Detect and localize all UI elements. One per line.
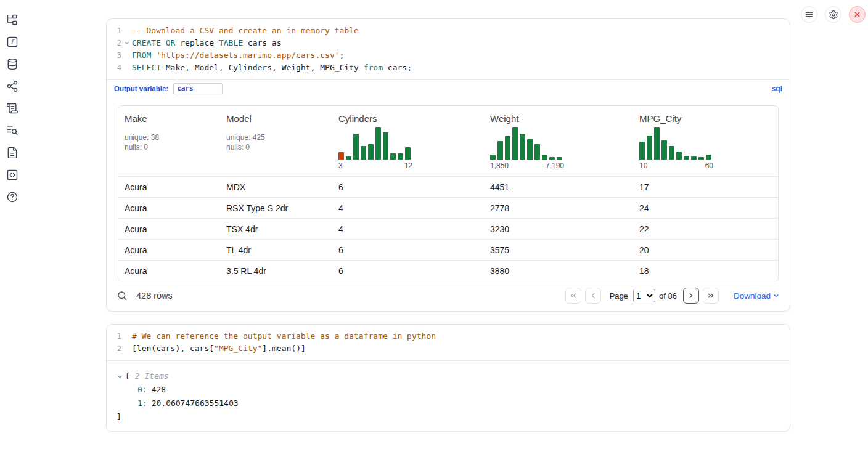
fold-gutter <box>121 330 132 342</box>
documentation-icon[interactable] <box>6 146 19 160</box>
code-text: -- Download a CSV and create an in-memor… <box>132 25 359 37</box>
code-line[interactable]: 1# We can reference the output variable … <box>107 330 790 342</box>
histogram-bar <box>647 136 652 160</box>
histogram-bar <box>405 147 411 160</box>
histogram-min-label: 1,850 <box>490 161 509 170</box>
prev-page-button[interactable] <box>585 288 601 304</box>
histogram-bar <box>684 156 689 160</box>
python-code-editor[interactable]: 1# We can reference the output variable … <box>107 325 790 360</box>
help-icon[interactable] <box>6 190 19 204</box>
close-button[interactable] <box>849 6 866 23</box>
unique-count: unique: 38 <box>125 132 214 142</box>
items-count-label: 2 Items <box>135 370 169 383</box>
chevron-left-icon <box>589 291 597 300</box>
dependencies-icon[interactable] <box>6 79 19 93</box>
code-line[interactable]: 4SELECT Make, Model, Cylinders, Weight, … <box>107 62 790 74</box>
histogram-bar <box>669 146 674 160</box>
histogram-bars <box>338 127 412 160</box>
histogram-range: 1,8507,190 <box>490 161 564 170</box>
menu-button[interactable] <box>801 6 817 23</box>
histogram-bar <box>398 153 403 160</box>
column-header-model[interactable]: Modelunique: 425nulls: 0 <box>220 106 332 176</box>
column-header-weight[interactable]: Weight1,8507,190 <box>484 106 633 176</box>
page-select[interactable]: 1 <box>633 289 655 302</box>
histogram-bar <box>512 127 518 160</box>
line-number: 1 <box>107 25 121 37</box>
sql-code-editor[interactable]: 1-- Download a CSV and create an in-memo… <box>107 19 790 79</box>
language-badge: sql <box>772 84 782 93</box>
code-line[interactable]: 3FROM 'https://datasets.marimo.app/cars.… <box>107 49 790 62</box>
outline-icon[interactable] <box>6 102 19 115</box>
histogram-bars <box>639 127 713 160</box>
chevron-right-icon <box>687 291 695 300</box>
code-text: SELECT Make, Model, Cylinders, Weight, M… <box>132 62 412 74</box>
tree-entry[interactable]: 1:20.060747663551403 <box>117 397 780 410</box>
table-row[interactable]: AcuraMDX6445117 <box>118 176 778 197</box>
histogram-bar <box>346 156 351 160</box>
column-header-cylinders[interactable]: Cylinders312 <box>332 106 484 176</box>
last-page-button[interactable] <box>703 288 719 304</box>
open-bracket: [ <box>125 370 130 383</box>
page-label: Page <box>610 291 628 301</box>
histogram-bar <box>639 142 645 160</box>
histogram-range: 312 <box>338 161 412 170</box>
search-icon <box>117 290 128 301</box>
histogram-max-label: 7,190 <box>546 161 564 170</box>
column-histogram[interactable]: 312 <box>338 127 412 170</box>
chevrons-right-icon <box>706 291 715 300</box>
null-count: nulls: 0 <box>226 142 326 152</box>
code-line[interactable]: 2[len(cars), cars["MPG_City"].mean()] <box>107 342 790 355</box>
output-variable-input[interactable] <box>173 83 223 94</box>
table-row[interactable]: AcuraTSX 4dr4323022 <box>118 218 778 239</box>
table-body: AcuraMDX6445117AcuraRSX Type S 2dr427782… <box>118 176 778 281</box>
histogram-bar <box>390 153 396 160</box>
page-total-label: of 86 <box>659 291 677 301</box>
tree-entry[interactable]: 0:428 <box>117 383 780 397</box>
first-page-button[interactable] <box>565 288 581 304</box>
table-row[interactable]: AcuraTL 4dr6357520 <box>118 239 778 260</box>
tree-entry-value: 20.060747663551403 <box>152 398 239 408</box>
table-header: Makeunique: 38nulls: 0Modelunique: 425nu… <box>118 106 778 176</box>
column-name: MPG_City <box>639 113 772 124</box>
code-line[interactable]: 2CREATE OR replace TABLE cars as <box>107 37 790 49</box>
tree-entry-value: 428 <box>152 385 166 394</box>
fold-gutter <box>121 342 132 355</box>
table-cell: 2778 <box>484 198 633 218</box>
python-cell: 1# We can reference the output variable … <box>106 324 790 432</box>
chevron-down-icon[interactable] <box>117 373 123 380</box>
column-header-mpg_city[interactable]: MPG_City1060 <box>633 106 778 176</box>
python-cell-output: [ 2 Items 0:4281:20.060747663551403 ] <box>107 360 790 431</box>
snippets-icon[interactable] <box>6 168 19 182</box>
settings-button[interactable] <box>825 6 841 23</box>
next-page-button[interactable] <box>683 288 699 304</box>
table-cell: Acura <box>118 198 220 218</box>
row-count: 428 rows <box>136 291 173 301</box>
histogram-max-label: 60 <box>705 161 713 170</box>
line-number: 2 <box>107 37 121 49</box>
unique-count: unique: 425 <box>226 132 326 142</box>
column-header-make[interactable]: Makeunique: 38nulls: 0 <box>118 106 220 176</box>
file-tree-icon[interactable] <box>6 13 19 26</box>
histogram-bar <box>505 136 510 160</box>
tree-root-line[interactable]: [ 2 Items <box>117 370 780 383</box>
table-cell: 24 <box>633 198 778 218</box>
table-cell: RSX Type S 2dr <box>220 198 332 218</box>
table-row[interactable]: Acura3.5 RL 4dr6388018 <box>118 260 778 281</box>
fold-chevron-icon[interactable] <box>121 37 132 49</box>
logs-icon[interactable] <box>6 124 19 137</box>
histogram-range: 1060 <box>639 161 713 170</box>
download-button[interactable]: Download <box>734 291 780 301</box>
histogram-max-label: 12 <box>404 161 412 170</box>
histogram-bars <box>490 127 564 160</box>
table-cell: 3880 <box>484 261 633 281</box>
table-cell: 3575 <box>484 240 633 260</box>
column-histogram[interactable]: 1060 <box>639 127 713 170</box>
hamburger-icon <box>805 10 814 19</box>
search-button[interactable] <box>117 290 128 301</box>
table-cell: 4451 <box>484 177 633 197</box>
table-row[interactable]: AcuraRSX Type S 2dr4277824 <box>118 197 778 218</box>
column-histogram[interactable]: 1,8507,190 <box>490 127 564 170</box>
code-line[interactable]: 1-- Download a CSV and create an in-memo… <box>107 25 790 37</box>
scratchpad-icon[interactable]: f <box>6 35 19 49</box>
datasources-icon[interactable] <box>6 57 19 71</box>
